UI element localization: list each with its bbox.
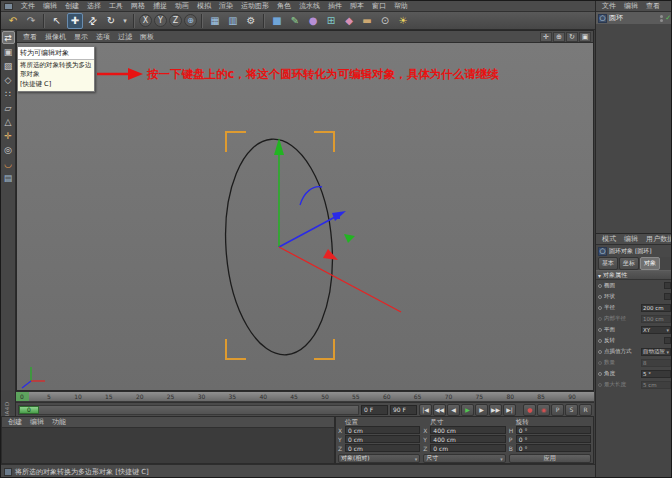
edges-mode-icon[interactable]: ▱ — [2, 101, 15, 114]
attribute-menu-item[interactable]: 编辑 — [620, 234, 642, 244]
keyframe-dot-icon[interactable] — [598, 317, 602, 321]
attribute-tab[interactable]: 基本 — [598, 257, 618, 270]
record-scale-button[interactable]: S — [565, 404, 578, 416]
rotation-input[interactable]: 0 ° — [516, 435, 591, 443]
workplane-mode-icon[interactable]: ◇ — [2, 73, 15, 86]
zoom-view-icon[interactable]: ⊕ — [553, 32, 565, 42]
menubar-item[interactable]: 窗口 — [368, 1, 390, 11]
object-name[interactable]: 圆环 — [609, 13, 623, 23]
attribute-menu-item[interactable]: 用户数据 — [642, 234, 672, 244]
lock-z-icon[interactable]: Z — [169, 14, 182, 27]
attribute-number[interactable]: 100 cm — [641, 315, 671, 323]
position-input[interactable]: 0 cm — [345, 435, 420, 443]
material-menu-item[interactable]: 功能 — [48, 417, 70, 427]
attribute-checkbox[interactable] — [664, 282, 671, 289]
keyframe-dot-icon[interactable] — [598, 339, 602, 343]
visibility-toggles[interactable] — [660, 15, 663, 22]
z-axis-handle[interactable] — [279, 217, 335, 247]
pan-view-icon[interactable]: ✛ — [540, 32, 552, 42]
position-input[interactable]: 0 cm — [345, 426, 420, 434]
redo-icon[interactable]: ↷ — [23, 13, 39, 29]
size-input[interactable]: 400 cm — [430, 426, 505, 434]
object-axis-icon[interactable]: ✛ — [2, 129, 15, 142]
menubar-item[interactable]: 模拟 — [193, 1, 215, 11]
light-icon[interactable]: ☀ — [395, 13, 411, 29]
attribute-checkbox[interactable] — [664, 293, 671, 300]
undo-icon[interactable]: ↶ — [5, 13, 21, 29]
make-editable-icon[interactable]: ⇄ — [2, 31, 15, 44]
texture-mode-icon[interactable]: ▨ — [2, 59, 15, 72]
menubar-item[interactable]: 脚本 — [346, 1, 368, 11]
menubar-item[interactable]: 流水线 — [295, 1, 324, 11]
object-row-circle[interactable]: ○ 圆环 ✓ — [596, 12, 672, 24]
menubar-item[interactable]: 编辑 — [39, 1, 61, 11]
object-manager-menu-item[interactable]: 查看 — [642, 1, 664, 11]
rotation-band-handle[interactable] — [300, 187, 322, 205]
viewport-menu-item[interactable]: 面板 — [136, 32, 158, 42]
keyframe-dot-icon[interactable] — [598, 361, 602, 365]
menubar-item[interactable]: 运动图形 — [237, 1, 273, 11]
timeline-range-slider[interactable]: 0 — [18, 405, 359, 415]
keyframe-dot-icon[interactable] — [598, 328, 602, 332]
rotate-view-icon[interactable]: ↻ — [566, 32, 578, 42]
prev-key-button[interactable]: ◀◀ — [433, 404, 446, 416]
viewport-solo-icon[interactable]: ◎ — [2, 143, 15, 156]
object-manager-menu-item[interactable]: 文件 — [598, 1, 620, 11]
attribute-menu-item[interactable]: 模式 — [598, 234, 620, 244]
object-manager-menu-item[interactable]: 编辑 — [620, 1, 642, 11]
menubar-item[interactable]: 捕捉 — [149, 1, 171, 11]
x-axis-handle[interactable] — [279, 247, 401, 312]
rotation-input[interactable]: 0 ° — [516, 426, 591, 434]
keyframe-dot-icon[interactable] — [598, 350, 602, 354]
viewport-menu-item[interactable]: 摄像机 — [41, 32, 70, 42]
material-menu-item[interactable]: 创建 — [4, 417, 26, 427]
render-settings-icon[interactable]: ⚙ — [243, 13, 259, 29]
menubar-item[interactable]: 文件 — [17, 1, 39, 11]
attribute-number[interactable]: 5 ° — [641, 370, 671, 378]
coordinate-system-icon[interactable]: ⊕ — [184, 14, 197, 27]
menubar-item[interactable]: 动画 — [171, 1, 193, 11]
start-frame-input[interactable]: 0 F — [361, 405, 388, 415]
polygons-mode-icon[interactable]: △ — [2, 115, 15, 128]
record-keyframe-button[interactable]: ● — [523, 404, 536, 416]
subdivision-surface-icon[interactable]: ● — [305, 13, 321, 29]
model-mode-icon[interactable]: ▣ — [2, 45, 15, 58]
attribute-number[interactable]: 200 cm — [641, 304, 671, 312]
attribute-checkbox[interactable] — [664, 337, 671, 344]
render-picture-viewer-icon[interactable]: ▥ — [225, 13, 241, 29]
menubar-item[interactable]: 创建 — [61, 1, 83, 11]
next-frame-button[interactable]: ▶ — [475, 404, 488, 416]
attribute-dropdown[interactable]: 自动适应 — [641, 348, 671, 356]
live-selection-icon[interactable]: ↖ — [49, 13, 65, 29]
goto-start-button[interactable]: |◀ — [419, 404, 432, 416]
object-properties-section[interactable]: ▾ 对象属性 — [596, 270, 672, 280]
menubar-item[interactable]: 插件 — [324, 1, 346, 11]
attribute-tab[interactable]: 坐标 — [619, 257, 639, 270]
viewport-menu-item[interactable]: 显示 — [70, 32, 92, 42]
menubar-item[interactable]: 选择 — [83, 1, 105, 11]
keyframe-dot-icon[interactable] — [598, 306, 602, 310]
keyframe-dot-icon[interactable] — [598, 284, 602, 288]
attribute-tab[interactable]: 对象 — [640, 257, 660, 270]
array-generator-icon[interactable]: ⊞ — [323, 13, 339, 29]
enabled-check-icon[interactable]: ✓ — [665, 14, 671, 22]
attribute-dropdown[interactable]: XY — [641, 326, 671, 334]
menubar-item[interactable]: 帮助 — [390, 1, 412, 11]
plane-handle-green[interactable] — [344, 234, 355, 243]
keyframe-dot-icon[interactable] — [598, 295, 602, 299]
record-position-button[interactable]: P — [551, 404, 564, 416]
keyframe-dot-icon[interactable] — [598, 372, 602, 376]
rotate-tool-icon[interactable]: ↻ — [103, 13, 119, 29]
menubar-item[interactable]: 网格 — [127, 1, 149, 11]
viewport-menu-item[interactable]: 过滤 — [114, 32, 136, 42]
lock-workplane-icon[interactable]: ▤ — [2, 171, 15, 184]
x-axis-arrowhead[interactable] — [323, 249, 338, 260]
apply-button[interactable]: 应用 — [509, 454, 591, 463]
menubar-item[interactable]: 工具 — [105, 1, 127, 11]
size-input[interactable]: 0 cm — [430, 444, 505, 452]
rotation-input[interactable]: 0 ° — [516, 444, 591, 452]
play-button[interactable]: ▶ — [461, 404, 474, 416]
lock-y-icon[interactable]: Y — [154, 14, 167, 27]
editor-visibility-dot[interactable] — [660, 15, 663, 18]
snapping-icon[interactable]: ◡ — [2, 157, 15, 170]
